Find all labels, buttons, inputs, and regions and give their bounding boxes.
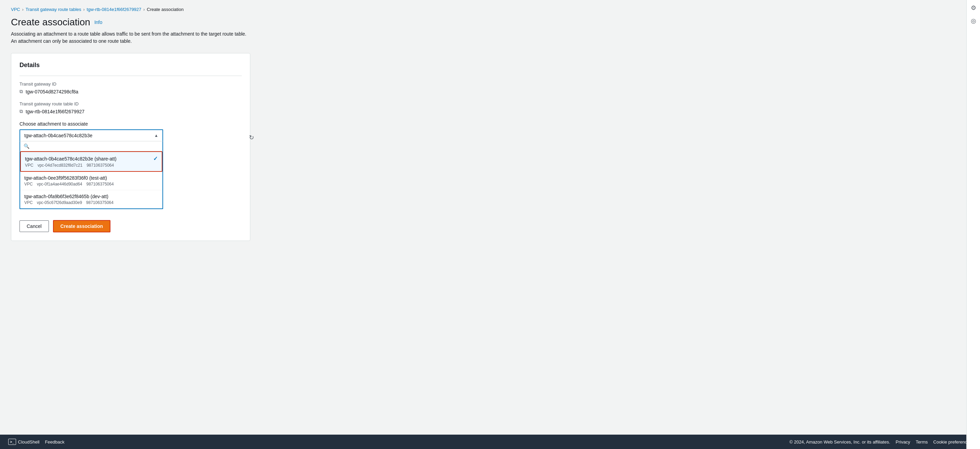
choose-attachment-label: Choose attachment to associate xyxy=(19,121,242,126)
dropdown-arrow-icon: ▲ xyxy=(154,133,158,138)
breadcrumb-vpc[interactable]: VPC xyxy=(11,7,20,12)
create-association-button[interactable]: Create association xyxy=(53,220,111,232)
option-1-type: VPC xyxy=(25,163,33,168)
page-description: Associating an attachment to a route tab… xyxy=(11,30,250,45)
option-3-type: VPC xyxy=(24,200,33,205)
attachment-dropdown[interactable]: tgw-attach-0b4cae578c4c82b3e ▲ 🔍 tgw- xyxy=(19,129,163,209)
tgw-id-field: Transit gateway ID ⧉ tgw-07054d8274298cf… xyxy=(19,81,242,94)
breadcrumb-sep3: › xyxy=(143,7,145,12)
settings-icon[interactable]: ⚙ xyxy=(971,4,976,12)
details-card: Details Transit gateway ID ⧉ tgw-07054d8… xyxy=(11,53,250,241)
option-2-main: tgw-attach-0ee3f9f56283f36f0 (test-att) xyxy=(24,175,158,181)
refresh-icon: ↻ xyxy=(249,134,254,141)
option-3-sub: VPC vpc-05c67f26d9aad30e9 987106375064 xyxy=(24,200,158,205)
dropdown-option-1[interactable]: tgw-attach-0b4cae578c4c82b3e (share-att)… xyxy=(20,151,162,172)
option-2-account: 987106375064 xyxy=(86,182,113,187)
rtb-id-field: Transit gateway route table ID ⧉ tgw-rtb… xyxy=(19,101,242,114)
breadcrumb-tgrt[interactable]: Transit gateway route tables xyxy=(25,7,81,12)
tgw-id-value-row: ⧉ tgw-07054d8274298cf8a xyxy=(19,89,242,94)
option-3-vpc: vpc-05c67f26d9aad30e9 xyxy=(37,200,82,205)
tgw-id-label: Transit gateway ID xyxy=(19,81,242,86)
sidebar-icons: ⚙ ◎ xyxy=(966,0,980,449)
bottom-left: >_ CloudShell Feedback xyxy=(8,439,65,445)
dropdown-option-3[interactable]: tgw-attach-0fa9b6f3e62f8465b (dev-att) V… xyxy=(20,190,162,208)
breadcrumb-current: Create association xyxy=(147,7,184,12)
page-title: Create association xyxy=(11,17,90,28)
dropdown-selected-value: tgw-attach-0b4cae578c4c82b3e xyxy=(24,133,92,138)
search-icon: 🔍 xyxy=(24,144,29,149)
cancel-button[interactable]: Cancel xyxy=(19,221,49,232)
copy-tgw-id-icon[interactable]: ⧉ xyxy=(19,89,23,94)
cloudshell-box-icon: >_ xyxy=(8,439,16,445)
dropdown-search-box: 🔍 xyxy=(19,141,163,151)
copy-rtb-id-icon[interactable]: ⧉ xyxy=(19,109,23,114)
card-title: Details xyxy=(19,62,242,69)
cloudshell-label: CloudShell xyxy=(18,439,40,444)
tgw-id-value: tgw-07054d8274298cf8a xyxy=(25,89,78,94)
info-link[interactable]: Info xyxy=(94,19,102,25)
option-2-sub: VPC vpc-0f1a4ae446d90ad64 987106375064 xyxy=(24,182,158,187)
option-1-checkmark: ✓ xyxy=(153,155,158,162)
choose-attachment-field: Choose attachment to associate tgw-attac… xyxy=(19,121,242,209)
copyright-text: © 2024, Amazon Web Services, Inc. or its… xyxy=(789,439,891,444)
option-3-label: tgw-attach-0fa9b6f3e62f8465b (dev-att) xyxy=(24,194,108,199)
rtb-id-label: Transit gateway route table ID xyxy=(19,101,242,106)
option-1-account: 987106375064 xyxy=(86,163,114,168)
option-1-main: tgw-attach-0b4cae578c4c82b3e (share-att)… xyxy=(25,155,158,162)
main-content: VPC › Transit gateway route tables › tgw… xyxy=(0,0,966,435)
rtb-id-value: tgw-rtb-0814e1f66f2679927 xyxy=(25,109,84,114)
option-2-label: tgw-attach-0ee3f9f56283f36f0 (test-att) xyxy=(24,175,107,181)
breadcrumb-sep2: › xyxy=(83,7,85,12)
refresh-button[interactable]: ↻ xyxy=(246,132,257,143)
feedback-link[interactable]: Feedback xyxy=(45,439,64,444)
action-buttons: Cancel Create association xyxy=(19,220,242,232)
option-2-type: VPC xyxy=(24,182,33,187)
option-3-main: tgw-attach-0fa9b6f3e62f8465b (dev-att) xyxy=(24,194,158,199)
option-1-label: tgw-attach-0b4cae578c4c82b3e (share-att) xyxy=(25,156,116,161)
cloudshell-section[interactable]: >_ CloudShell xyxy=(8,439,39,445)
breadcrumb-sep1: › xyxy=(22,7,24,12)
dropdown-option-2[interactable]: tgw-attach-0ee3f9f56283f36f0 (test-att) … xyxy=(20,172,162,190)
dropdown-options-list: tgw-attach-0b4cae578c4c82b3e (share-att)… xyxy=(19,151,163,209)
option-1-sub: VPC vpc-04d7ecd832f8d7c21 987106375064 xyxy=(25,163,158,168)
bottom-bar: >_ CloudShell Feedback © 2024, Amazon We… xyxy=(0,435,980,449)
dropdown-search-input[interactable] xyxy=(32,144,159,149)
rtb-id-value-row: ⧉ tgw-rtb-0814e1f66f2679927 xyxy=(19,109,242,114)
breadcrumb-rtb-id[interactable]: tgw-rtb-0814e1f66f2679927 xyxy=(87,7,142,12)
breadcrumb: VPC › Transit gateway route tables › tgw… xyxy=(11,7,955,12)
terms-link[interactable]: Terms xyxy=(916,439,928,444)
bottom-right: © 2024, Amazon Web Services, Inc. or its… xyxy=(789,439,972,444)
option-2-vpc: vpc-0f1a4ae446d90ad64 xyxy=(37,182,83,187)
circle-icon[interactable]: ◎ xyxy=(971,17,976,25)
option-3-account: 987106375064 xyxy=(86,200,113,205)
option-1-vpc: vpc-04d7ecd832f8d7c21 xyxy=(38,163,83,168)
dropdown-trigger[interactable]: tgw-attach-0b4cae578c4c82b3e ▲ xyxy=(19,129,163,141)
page-title-section: Create association Info xyxy=(11,17,955,28)
privacy-link[interactable]: Privacy xyxy=(896,439,910,444)
